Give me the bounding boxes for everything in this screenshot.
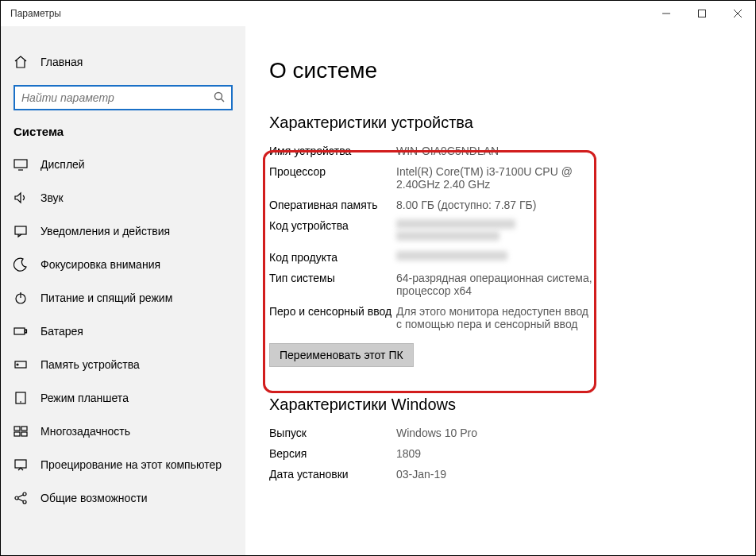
nav-home-label: Главная bbox=[40, 56, 83, 68]
search-icon bbox=[214, 91, 225, 105]
search-input[interactable] bbox=[21, 91, 214, 104]
sidebar-item-focus-assist[interactable]: Фокусировка внимания bbox=[1, 248, 245, 281]
close-button[interactable] bbox=[719, 1, 755, 26]
sidebar-item-tablet-mode[interactable]: Режим планшета bbox=[1, 381, 245, 415]
spec-label: Имя устройства bbox=[269, 145, 396, 157]
focus-assist-icon bbox=[14, 257, 28, 272]
projecting-icon bbox=[14, 458, 28, 472]
spec-edition: Выпуск Windows 10 Pro bbox=[269, 427, 731, 439]
search-box[interactable] bbox=[14, 85, 233, 110]
notifications-icon bbox=[14, 224, 28, 238]
spec-value: 8.00 ГБ (доступно: 7.87 ГБ) bbox=[396, 199, 536, 211]
spec-value: Для этого монитора недоступен ввод с пом… bbox=[396, 305, 595, 330]
home-icon bbox=[14, 55, 28, 69]
device-specs-heading: Характеристики устройства bbox=[269, 114, 731, 132]
spec-label: Дата установки bbox=[269, 468, 396, 481]
spec-ram: Оперативная память 8.00 ГБ (доступно: 7.… bbox=[269, 199, 731, 211]
spec-value: Windows 10 Pro bbox=[396, 427, 477, 439]
sidebar-item-label: Многозадачность bbox=[40, 425, 130, 438]
svg-rect-19 bbox=[14, 432, 20, 436]
sidebar-section-title: Система bbox=[1, 125, 245, 148]
spec-label: Оперативная память bbox=[269, 199, 396, 211]
sidebar-item-label: Дисплей bbox=[40, 158, 85, 171]
spec-device-id: Код устройства bbox=[269, 219, 731, 243]
svg-rect-1 bbox=[698, 10, 705, 17]
titlebar: Параметры bbox=[1, 1, 755, 26]
sidebar-item-label: Память устройства bbox=[40, 358, 140, 371]
sidebar-item-label: Режим планшета bbox=[40, 392, 129, 404]
spec-label: Выпуск bbox=[269, 427, 396, 439]
svg-line-26 bbox=[18, 499, 23, 501]
spec-label: Процессор bbox=[269, 165, 396, 191]
svg-rect-21 bbox=[15, 460, 26, 468]
sidebar-item-multitasking[interactable]: Многозадачность bbox=[1, 415, 245, 448]
spec-value: 03-Jan-19 bbox=[396, 468, 446, 481]
nav-home[interactable]: Главная bbox=[1, 45, 245, 82]
main-content: О системе Характеристики устройства Имя … bbox=[245, 26, 755, 555]
svg-point-4 bbox=[215, 92, 222, 99]
spec-device-name: Имя устройства WIN-OIA9C5NDLAN bbox=[269, 145, 731, 157]
spec-label: Код устройства bbox=[269, 219, 396, 243]
spec-label: Тип системы bbox=[269, 272, 396, 297]
sidebar-item-projecting[interactable]: Проецирование на этот компьютер bbox=[1, 448, 245, 481]
spec-value-redacted bbox=[396, 251, 507, 264]
svg-rect-6 bbox=[14, 160, 27, 168]
sidebar-item-label: Звук bbox=[40, 191, 64, 204]
spec-label: Код продукта bbox=[269, 251, 396, 264]
sidebar-item-label: Общие возможности bbox=[40, 492, 148, 504]
svg-rect-11 bbox=[14, 328, 25, 334]
svg-rect-18 bbox=[21, 427, 27, 431]
spec-pen-touch: Перо и сенсорный ввод Для этого монитора… bbox=[269, 305, 731, 330]
svg-point-14 bbox=[17, 364, 18, 365]
minimize-button[interactable] bbox=[648, 1, 684, 26]
maximize-button[interactable] bbox=[684, 1, 719, 26]
spec-product-id: Код продукта bbox=[269, 251, 731, 264]
windows-specs-heading: Характеристики Windows bbox=[269, 396, 731, 414]
sidebar-item-shared[interactable]: Общие возможности bbox=[1, 481, 245, 515]
sidebar-item-battery[interactable]: Батарея bbox=[1, 315, 245, 348]
storage-icon bbox=[14, 357, 28, 372]
sidebar-item-label: Уведомления и действия bbox=[40, 225, 170, 237]
shared-icon bbox=[14, 491, 28, 505]
svg-line-5 bbox=[222, 98, 225, 102]
svg-point-24 bbox=[23, 500, 26, 504]
sidebar-item-display[interactable]: Дисплей bbox=[1, 148, 245, 181]
sidebar-item-power[interactable]: Питание и спящий режим bbox=[1, 281, 245, 315]
spec-system-type: Тип системы 64-разрядная операционная си… bbox=[269, 272, 731, 297]
spec-label: Перо и сенсорный ввод bbox=[269, 305, 396, 330]
sidebar: Главная Система Дисплей Звук Уведомления… bbox=[1, 26, 245, 555]
svg-point-23 bbox=[23, 492, 26, 496]
svg-point-22 bbox=[15, 496, 18, 500]
sidebar-item-sound[interactable]: Звук bbox=[1, 181, 245, 214]
sidebar-item-storage[interactable]: Память устройства bbox=[1, 348, 245, 381]
page-title: О системе bbox=[269, 58, 731, 83]
battery-icon bbox=[14, 324, 28, 338]
spec-value: 64-разрядная операционная система, проце… bbox=[396, 272, 595, 297]
spec-value-redacted bbox=[396, 219, 515, 243]
spec-install-date: Дата установки 03-Jan-19 bbox=[269, 468, 731, 481]
svg-line-25 bbox=[18, 495, 23, 497]
sound-icon bbox=[14, 191, 28, 205]
spec-processor: Процессор Intel(R) Core(TM) i3-7100U CPU… bbox=[269, 165, 731, 191]
svg-rect-8 bbox=[15, 226, 26, 234]
svg-rect-17 bbox=[14, 427, 20, 431]
multitasking-icon bbox=[14, 424, 28, 438]
sidebar-item-label: Батарея bbox=[40, 325, 83, 338]
spec-version: Версия 1809 bbox=[269, 447, 731, 460]
sidebar-item-label: Фокусировка внимания bbox=[40, 258, 160, 271]
rename-pc-button[interactable]: Переименовать этот ПК bbox=[269, 343, 414, 367]
power-icon bbox=[14, 291, 28, 305]
spec-value: Intel(R) Core(TM) i3-7100U CPU @ 2.40GHz… bbox=[396, 165, 595, 191]
sidebar-item-label: Питание и спящий режим bbox=[40, 292, 172, 304]
sidebar-item-notifications[interactable]: Уведомления и действия bbox=[1, 214, 245, 248]
sidebar-item-label: Проецирование на этот компьютер bbox=[40, 458, 222, 471]
tablet-mode-icon bbox=[14, 391, 28, 405]
display-icon bbox=[14, 157, 28, 172]
window-title: Параметры bbox=[10, 8, 61, 19]
svg-rect-20 bbox=[21, 432, 27, 436]
spec-value: WIN-OIA9C5NDLAN bbox=[396, 145, 499, 157]
spec-value: 1809 bbox=[396, 447, 421, 460]
svg-rect-12 bbox=[25, 330, 27, 333]
spec-label: Версия bbox=[269, 447, 396, 460]
